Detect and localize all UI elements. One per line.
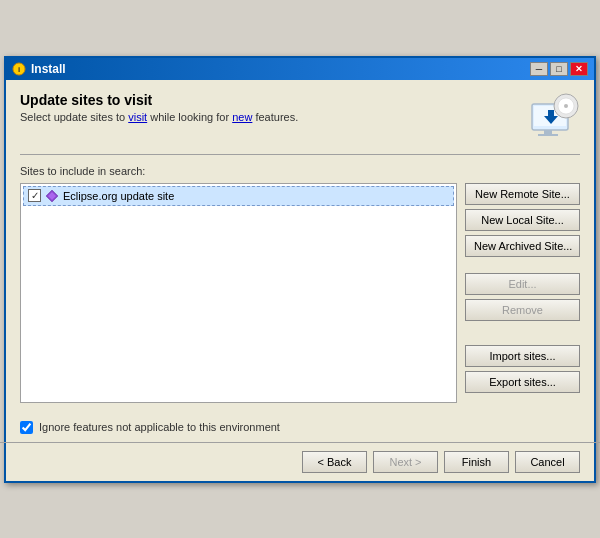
next-button[interactable]: Next >: [373, 451, 438, 473]
title-bar-left: i Install: [12, 62, 66, 76]
new-archived-site-button[interactable]: New Archived Site...: [465, 235, 580, 257]
header-section: Update sites to visit Select update site…: [20, 92, 580, 144]
page-description: Select update sites to visit while looki…: [20, 111, 298, 123]
maximize-button[interactable]: □: [550, 62, 568, 76]
svg-text:i: i: [18, 65, 20, 74]
window-title: Install: [31, 62, 66, 76]
new-local-site-button[interactable]: New Local Site...: [465, 209, 580, 231]
site-icon: [45, 189, 59, 203]
header-icon: [528, 92, 580, 144]
title-icon: i: [12, 62, 26, 76]
title-bar-controls: ─ □ ✕: [530, 62, 588, 76]
page-title: Update sites to visit: [20, 92, 298, 108]
site-checkbox[interactable]: [28, 189, 41, 202]
install-window: i Install ─ □ ✕ Update sites to visit Se…: [4, 56, 596, 483]
new-remote-site-button[interactable]: New Remote Site...: [465, 183, 580, 205]
edit-button[interactable]: Edit...: [465, 273, 580, 295]
svg-rect-5: [538, 134, 558, 136]
desc-link-new: new: [232, 111, 252, 123]
remove-button[interactable]: Remove: [465, 299, 580, 321]
sites-list[interactable]: Eclipse.org update site: [20, 183, 457, 403]
main-area: Eclipse.org update site New Remote Site.…: [20, 183, 580, 413]
site-name: Eclipse.org update site: [63, 190, 174, 202]
bottom-checkbox-area: Ignore features not applicable to this e…: [20, 413, 580, 442]
minimize-button[interactable]: ─: [530, 62, 548, 76]
header-divider: [20, 154, 580, 155]
buttons-column: New Remote Site... New Local Site... New…: [465, 183, 580, 403]
spacer1: [465, 261, 580, 269]
import-sites-button[interactable]: Import sites...: [465, 345, 580, 367]
section-label: Sites to include in search:: [20, 165, 580, 177]
finish-button[interactable]: Finish: [444, 451, 509, 473]
desc-suffix: features.: [252, 111, 298, 123]
ignore-features-label: Ignore features not applicable to this e…: [39, 421, 280, 433]
title-bar: i Install ─ □ ✕: [6, 58, 594, 80]
export-sites-button[interactable]: Export sites...: [465, 371, 580, 393]
footer: < Back Next > Finish Cancel: [6, 443, 594, 481]
content-area: Update sites to visit Select update site…: [6, 80, 594, 442]
list-item[interactable]: Eclipse.org update site: [23, 186, 454, 206]
desc-middle: while looking for: [147, 111, 232, 123]
desc-link-visit: visit: [128, 111, 147, 123]
header-text: Update sites to visit Select update site…: [20, 92, 298, 123]
cancel-button[interactable]: Cancel: [515, 451, 580, 473]
desc-prefix: Select update sites to: [20, 111, 128, 123]
back-button[interactable]: < Back: [302, 451, 367, 473]
close-button[interactable]: ✕: [570, 62, 588, 76]
spacer2: [465, 325, 580, 341]
svg-point-8: [564, 104, 568, 108]
ignore-features-checkbox[interactable]: [20, 421, 33, 434]
